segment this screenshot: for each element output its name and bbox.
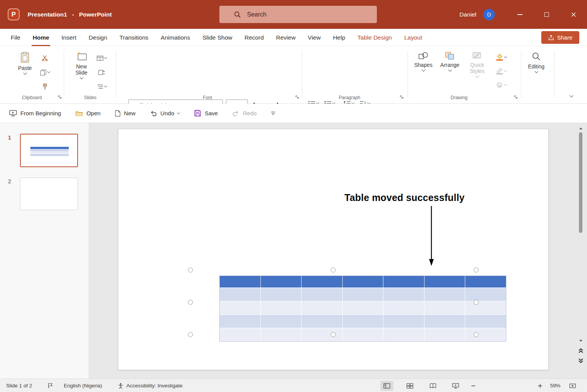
table-cell[interactable]	[424, 328, 465, 341]
shape-outline-button[interactable]	[496, 66, 507, 76]
table-cell[interactable]	[465, 315, 506, 328]
previous-slide-button[interactable]	[578, 348, 584, 353]
table-cell[interactable]	[220, 276, 260, 287]
copy-button[interactable]	[40, 67, 50, 77]
table-cell[interactable]	[383, 301, 424, 314]
paste-button[interactable]: Paste	[15, 51, 35, 74]
table-cell[interactable]	[465, 328, 506, 341]
powerpoint-logo-icon[interactable]: P	[8, 8, 20, 20]
slide-2-thumbnail[interactable]	[20, 178, 78, 210]
slide-table[interactable]	[220, 276, 506, 341]
from-beginning-button[interactable]: From Beginning	[9, 110, 61, 116]
table-cell[interactable]	[220, 328, 260, 341]
share-button[interactable]: Share	[541, 31, 579, 44]
table-handle-bottom-right[interactable]	[474, 332, 479, 337]
table-handle-bottom-left[interactable]	[188, 332, 193, 337]
table-cell[interactable]	[261, 288, 302, 301]
table-cell[interactable]	[465, 288, 506, 301]
tab-slide-show[interactable]: Slide Show	[196, 29, 239, 46]
slide-1-thumbnail[interactable]	[20, 134, 78, 167]
collapse-ribbon-button[interactable]	[570, 92, 573, 98]
redo-button[interactable]: Redo	[232, 110, 257, 116]
table-cell[interactable]	[220, 288, 260, 301]
table-cell[interactable]	[302, 328, 342, 341]
tab-file[interactable]: File	[5, 29, 27, 46]
drawing-dialog-launcher[interactable]	[514, 94, 518, 100]
table-cell[interactable]	[343, 276, 383, 287]
font-dialog-launcher[interactable]	[295, 94, 299, 100]
search-input[interactable]	[247, 11, 362, 18]
table-cell[interactable]	[302, 276, 342, 287]
vertical-scrollbar-thumb[interactable]	[579, 132, 582, 233]
language-selector[interactable]: English (Nigeria)	[64, 379, 102, 392]
clipboard-dialog-launcher[interactable]	[58, 94, 62, 100]
slide-indicator[interactable]: Slide 1 of 2	[6, 379, 32, 392]
maximize-button[interactable]	[533, 0, 560, 29]
table-cell[interactable]	[261, 315, 302, 328]
table-cell[interactable]	[383, 328, 424, 341]
zoom-level[interactable]: 59%	[550, 379, 560, 392]
editing-button[interactable]: Editing	[525, 51, 548, 73]
undo-button[interactable]: Undo	[150, 110, 180, 116]
table-cell[interactable]	[220, 301, 260, 314]
annotation-text[interactable]: Table moved successfully	[318, 192, 491, 203]
table-cell[interactable]	[343, 301, 383, 314]
user-name[interactable]: Daniel	[459, 0, 476, 29]
table-cell[interactable]	[343, 288, 383, 301]
fit-to-window-button[interactable]	[569, 379, 576, 392]
tab-animations[interactable]: Animations	[154, 29, 196, 46]
minimize-button[interactable]	[506, 0, 533, 29]
search-box[interactable]	[219, 6, 377, 23]
reading-view-button[interactable]	[426, 381, 439, 391]
table-handle-top-right[interactable]	[474, 267, 479, 272]
table-handle-middle-right[interactable]	[474, 300, 479, 305]
table-cell[interactable]	[465, 301, 506, 314]
table-cell[interactable]	[424, 301, 465, 314]
new-button[interactable]: New	[115, 110, 136, 117]
table-handle-top-left[interactable]	[188, 267, 193, 272]
zoom-in-button[interactable]	[538, 379, 542, 392]
next-slide-button[interactable]	[578, 358, 584, 363]
cut-button[interactable]	[40, 53, 50, 63]
table-cell[interactable]	[261, 276, 302, 287]
table-cell[interactable]	[343, 328, 383, 341]
normal-view-button[interactable]	[380, 381, 393, 391]
scroll-up-button[interactable]	[578, 126, 584, 131]
annotation-arrow[interactable]	[428, 206, 435, 267]
reset-slide-button[interactable]	[97, 67, 107, 77]
tab-transitions[interactable]: Transitions	[113, 29, 154, 46]
toolbar-overflow-button[interactable]	[271, 111, 275, 115]
slideshow-view-button[interactable]	[449, 381, 462, 391]
table-handle-bottom-middle[interactable]	[331, 332, 336, 337]
quick-styles-button[interactable]: Quick Styles	[466, 51, 489, 77]
table-cell[interactable]	[220, 315, 260, 328]
tab-help[interactable]: Help	[327, 29, 352, 46]
spell-check-button[interactable]	[48, 379, 53, 392]
table-cell[interactable]	[383, 288, 424, 301]
save-button[interactable]: Save	[194, 110, 218, 117]
table-cell[interactable]	[383, 315, 424, 328]
section-button[interactable]	[97, 81, 107, 91]
tab-layout[interactable]: Layout	[398, 29, 428, 46]
new-slide-button[interactable]: New Slide	[71, 51, 92, 79]
table-cell[interactable]	[424, 288, 465, 301]
table-cell[interactable]	[383, 276, 424, 287]
shape-fill-button[interactable]	[496, 52, 507, 62]
table-cell[interactable]	[302, 315, 342, 328]
zoom-out-button[interactable]	[471, 379, 476, 392]
slide-layout-button[interactable]	[97, 53, 107, 63]
tab-view[interactable]: View	[302, 29, 327, 46]
table-cell[interactable]	[343, 315, 383, 328]
tab-design[interactable]: Design	[83, 29, 113, 46]
scroll-down-button[interactable]	[578, 338, 584, 344]
arrange-button[interactable]: Arrange	[438, 51, 462, 71]
table-handle-middle-left[interactable]	[188, 300, 193, 305]
table-handle-top-middle[interactable]	[331, 267, 336, 272]
shapes-button[interactable]: Shapes	[413, 51, 434, 71]
close-button[interactable]	[560, 0, 587, 29]
tab-table-design[interactable]: Table Design	[352, 29, 398, 46]
table-cell[interactable]	[261, 328, 302, 341]
table-cell[interactable]	[424, 276, 465, 287]
tab-review[interactable]: Review	[270, 29, 302, 46]
user-avatar[interactable]: D	[483, 9, 495, 20]
